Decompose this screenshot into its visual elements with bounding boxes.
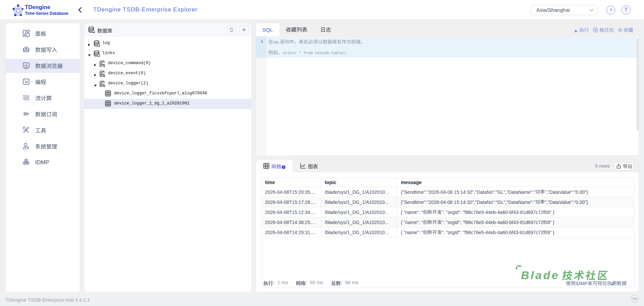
svg-text:S: S: [103, 84, 105, 87]
svg-text:S: S: [103, 63, 105, 67]
svg-text:S: S: [103, 74, 105, 77]
